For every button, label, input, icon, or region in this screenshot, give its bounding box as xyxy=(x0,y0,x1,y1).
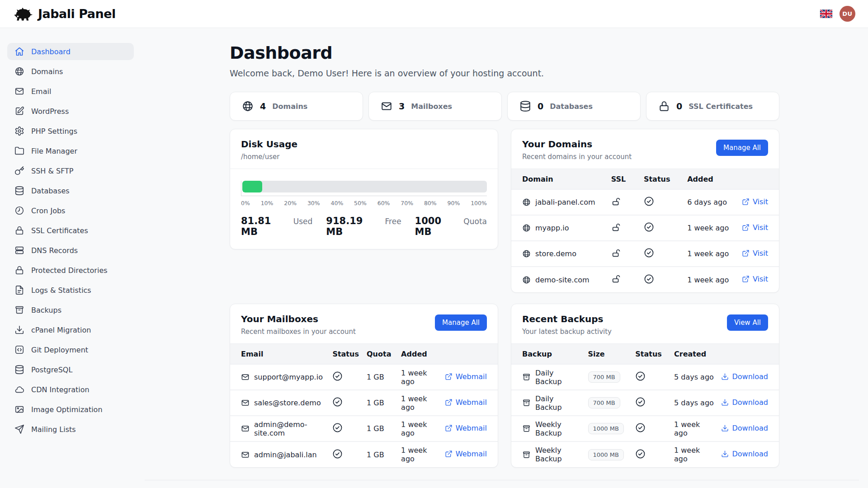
disk-usage-track xyxy=(242,181,487,192)
sidebar-item-cpanel-migration[interactable]: cPanel Migration xyxy=(7,321,134,338)
visit-link[interactable]: Visit xyxy=(742,197,768,206)
unlock-icon xyxy=(611,222,621,232)
download-link[interactable]: Download xyxy=(721,398,768,407)
database-icon xyxy=(14,365,24,375)
brand-name: Jabali Panel xyxy=(38,7,116,21)
table-row: myapp.io 1 week ago Visit xyxy=(511,215,779,241)
archive-icon xyxy=(522,373,531,381)
sidebar-item-postgresql[interactable]: PostgreSQL xyxy=(7,361,134,378)
archive-icon xyxy=(522,399,531,407)
webmail-link[interactable]: Webmail xyxy=(445,398,487,407)
send-icon xyxy=(14,424,24,434)
download-icon xyxy=(14,325,24,335)
sidebar-item-git-deployment[interactable]: Git Deployment xyxy=(7,341,134,358)
check-circle-icon xyxy=(644,248,654,258)
user-avatar[interactable]: DU xyxy=(840,6,855,22)
brand-logo[interactable]: Jabali Panel xyxy=(13,5,116,23)
sidebar-item-logs-statistics[interactable]: Logs & Statistics xyxy=(7,282,134,299)
archive-icon xyxy=(522,424,531,433)
sidebar-item-domains[interactable]: Domains xyxy=(7,63,134,80)
disk-usage-chart xyxy=(241,181,487,196)
archive-icon xyxy=(14,305,24,315)
sidebar-item-dashboard[interactable]: Dashboard xyxy=(7,43,134,60)
check-circle-icon xyxy=(635,371,646,381)
sidebar-item-dns-records[interactable]: DNS Records xyxy=(7,242,134,259)
check-circle-icon xyxy=(635,449,646,459)
visit-link[interactable]: Visit xyxy=(742,275,768,283)
sidebar-item-php-settings[interactable]: PHP Settings xyxy=(7,122,134,140)
folder-icon xyxy=(14,146,24,156)
domains-table: Domain SSL Status Added jabali-panel.com xyxy=(511,169,779,292)
sidebar-item-ssh-sftp[interactable]: SSH & SFTP xyxy=(7,162,134,179)
cloud-icon xyxy=(14,385,24,394)
sidebar-item-backups[interactable]: Backups xyxy=(7,301,134,319)
top-header: Jabali Panel DU xyxy=(0,0,868,28)
file-icon xyxy=(14,285,24,295)
visit-link[interactable]: Visit xyxy=(742,249,768,258)
card-title: Your Mailboxes xyxy=(241,314,356,324)
manage-all-mailboxes-button[interactable]: Manage All xyxy=(435,314,487,331)
external-link-icon xyxy=(445,399,453,406)
size-badge: 700 MB xyxy=(588,371,620,383)
unlock-icon xyxy=(611,248,621,258)
sidebar-item-databases[interactable]: Databases xyxy=(7,182,134,199)
disk-used: 81.81 MBUsed xyxy=(241,216,312,237)
stat-value: 0 xyxy=(676,101,682,111)
archive-icon xyxy=(522,450,531,459)
sidebar-item-cron-jobs[interactable]: Cron Jobs xyxy=(7,202,134,219)
webmail-link[interactable]: Webmail xyxy=(445,450,487,458)
size-badge: 1000 MB xyxy=(588,423,624,434)
download-icon xyxy=(721,399,729,406)
download-link[interactable]: Download xyxy=(721,372,768,381)
size-badge: 700 MB xyxy=(588,397,620,408)
size-badge: 1000 MB xyxy=(588,449,624,460)
sidebar-item-cdn-integration[interactable]: CDN Integration xyxy=(7,381,134,398)
lock-icon xyxy=(658,100,670,112)
view-all-backups-button[interactable]: View All xyxy=(727,314,768,331)
card-subtitle: Recent mailboxes in your account xyxy=(241,328,356,336)
check-circle-icon xyxy=(635,422,646,433)
sidebar-item-image-optimization[interactable]: Image Optimization xyxy=(7,401,134,418)
sidebar-item-email[interactable]: Email xyxy=(7,83,134,100)
mail-icon xyxy=(241,424,250,433)
download-link[interactable]: Download xyxy=(721,450,768,458)
disk-quota: 1000 MBQuota xyxy=(415,216,487,237)
disk-usage-card: Disk Usage /home/user 0%10%20%30%40%50%6… xyxy=(230,129,498,249)
card-subtitle: Recent domains in your account xyxy=(522,153,632,161)
stat-card-domains: 4 Domains xyxy=(230,92,363,121)
backups-card: Recent Backups Your latest backup activi… xyxy=(511,304,779,468)
unlock-icon xyxy=(611,274,621,284)
stat-card-ssl: 0 SSL Certificates xyxy=(646,92,779,121)
stat-label: Domains xyxy=(272,102,307,111)
visit-link[interactable]: Visit xyxy=(742,223,768,232)
globe-icon xyxy=(14,66,24,76)
download-icon xyxy=(721,424,729,432)
sidebar-item-ssl-certificates[interactable]: SSL Certificates xyxy=(7,222,134,239)
gear-icon xyxy=(14,126,24,136)
code-icon xyxy=(14,345,24,355)
webmail-link[interactable]: Webmail xyxy=(445,424,487,432)
table-row: store.demo 1 week ago Visit xyxy=(511,241,779,267)
sidebar-item-file-manager[interactable]: File Manager xyxy=(7,142,134,160)
manage-all-domains-button[interactable]: Manage All xyxy=(716,140,768,156)
table-row: jabali-panel.com 6 days ago Visit xyxy=(511,189,779,215)
stat-label: Databases xyxy=(550,102,593,111)
table-row: demo-site.com 1 week ago Visit xyxy=(511,267,779,292)
stat-label: SSL Certificates xyxy=(689,102,753,111)
page-subtitle: Welcome back, Demo User! Here is an over… xyxy=(230,68,779,78)
globe-icon xyxy=(522,249,531,258)
download-link[interactable]: Download xyxy=(721,424,768,432)
download-icon xyxy=(721,373,729,380)
check-circle-icon xyxy=(332,397,343,407)
external-link-icon xyxy=(742,224,750,231)
language-flag-icon[interactable] xyxy=(820,9,832,18)
sidebar-item-protected-directories[interactable]: Protected Directories xyxy=(7,262,134,279)
check-circle-icon xyxy=(332,422,343,433)
webmail-link[interactable]: Webmail xyxy=(445,372,487,381)
sidebar-item-wordpress[interactable]: WordPress xyxy=(7,103,134,120)
check-circle-icon xyxy=(635,397,646,407)
check-circle-icon xyxy=(644,222,654,232)
home-icon xyxy=(14,47,24,56)
sidebar-item-mailing-lists[interactable]: Mailing Lists xyxy=(7,421,134,438)
mailboxes-card: Your Mailboxes Recent mailboxes in your … xyxy=(230,304,498,468)
